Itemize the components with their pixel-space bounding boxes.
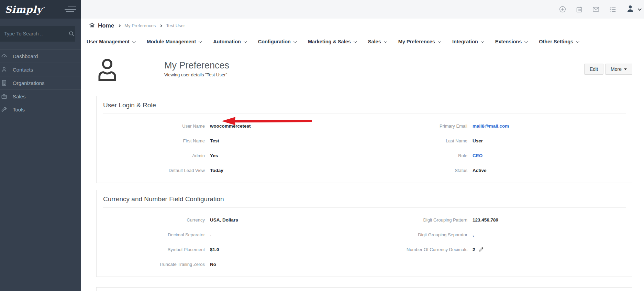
sales-icon [1, 93, 8, 100]
field-decimal-separator: Decimal Separator . [103, 230, 364, 239]
nav-module-management[interactable]: Module Management [147, 39, 201, 44]
field-digit-grouping-separator: Digit Grouping Separator , [364, 230, 625, 239]
logo-tm: ™ [42, 7, 46, 10]
breadcrumb-separator-icon [118, 24, 121, 27]
edit-pencil-icon[interactable] [478, 247, 484, 252]
page-title-block: My Preferences Viewing user details "Tes… [164, 60, 229, 77]
nav-automation[interactable]: Automation [213, 39, 246, 44]
page-actions: Edit More [584, 64, 632, 75]
chevron-down-icon [576, 40, 579, 43]
tasks-icon[interactable] [609, 6, 617, 13]
chevron-down-icon [384, 40, 387, 43]
contacts-icon [1, 66, 8, 73]
tools-icon [1, 106, 8, 113]
sidebar-item-label: Sales [13, 94, 26, 99]
field-primary-email: Primary Email mail8@mail.com [364, 121, 625, 130]
chevron-down-icon [438, 40, 441, 43]
nav-other-settings[interactable]: Other Settings [539, 39, 578, 44]
user-avatar-icon [626, 4, 635, 14]
chevron-down-icon [354, 40, 357, 43]
field-last-name: Last Name User [364, 136, 625, 145]
app-logo[interactable]: Simply™ [5, 4, 46, 15]
field-digit-grouping-pattern: Digit Grouping Pattern 123,456,789 [364, 215, 625, 224]
breadcrumb-item[interactable]: My Preferences [124, 23, 156, 28]
section-title: More Information [97, 288, 632, 291]
sidebar-item-label: Tools [13, 107, 25, 112]
settings-nav: User Management Module Management Automa… [81, 33, 644, 51]
edit-button[interactable]: Edit [584, 64, 603, 75]
dashboard-icon [1, 53, 8, 60]
role-link[interactable]: CEO [473, 153, 482, 158]
breadcrumb-separator-icon [159, 24, 162, 27]
sidebar-search [0, 26, 75, 42]
sidebar-header: Simply™ [0, 0, 81, 19]
nav-extensions[interactable]: Extensions [495, 39, 527, 44]
page-header: My Preferences Viewing user details "Tes… [96, 57, 632, 89]
sidebar-item-label: Organizations [13, 80, 45, 86]
email-link[interactable]: mail8@mail.com [473, 123, 509, 129]
more-button[interactable]: More [605, 64, 632, 75]
field-status: Status Active [364, 166, 625, 175]
page-title: My Preferences [164, 60, 229, 71]
field-user-name: User Name woocommercetest [103, 121, 364, 130]
breadcrumb: Home My Preferences Test User [81, 19, 644, 33]
nav-my-preferences[interactable]: My Preferences [398, 39, 440, 44]
section-currency-config: Currency and Number Field Configuration … [96, 190, 632, 277]
chevron-down-icon [293, 40, 297, 43]
nav-configuration[interactable]: Configuration [258, 39, 296, 44]
caret-down-icon [624, 68, 627, 70]
sidebar-item-label: Dashboard [13, 53, 38, 59]
calendar-icon[interactable] [576, 6, 583, 13]
nav-integration[interactable]: Integration [452, 39, 483, 44]
section-title: User Login & Role [97, 96, 632, 114]
field-currency: Currency USA, Dollars [103, 215, 364, 224]
sidebar-item-contacts[interactable]: Contacts [0, 63, 81, 76]
home-icon [89, 22, 95, 30]
main-content: My Preferences Viewing user details "Tes… [81, 51, 644, 291]
sidebar: Simply™ Dashboard Contacts [0, 0, 81, 291]
chevron-down-icon [481, 40, 484, 43]
sidebar-item-organizations[interactable]: Organizations [0, 76, 81, 89]
chevron-down-icon [638, 7, 642, 11]
nav-sales[interactable]: Sales [368, 39, 386, 44]
search-icon[interactable] [68, 31, 75, 37]
section-title: Currency and Number Field Configuration [97, 190, 632, 207]
chevron-down-icon [244, 40, 247, 43]
section-more-information: More Information [96, 287, 632, 291]
nav-user-management[interactable]: User Management [87, 39, 135, 44]
add-circle-icon[interactable] [559, 6, 566, 13]
field-number-of-currency-decimals: Number Of Currency Decimals 2 [364, 245, 625, 254]
breadcrumb-home[interactable]: Home [89, 22, 114, 30]
nav-marketing-sales[interactable]: Marketing & Sales [308, 39, 356, 44]
field-role: Role CEO [364, 151, 625, 160]
breadcrumb-home-label: Home [98, 22, 114, 29]
hamburger-menu-icon[interactable] [65, 7, 76, 12]
page-subtitle: Viewing user details "Test User" [164, 72, 229, 77]
field-admin: Admin Yes [103, 151, 364, 160]
sidebar-item-dashboard[interactable]: Dashboard [0, 49, 81, 63]
topbar [81, 0, 644, 19]
chevron-down-icon [199, 40, 202, 43]
field-first-name: First Name Test [103, 136, 364, 145]
organizations-icon [1, 79, 8, 86]
section-user-login-role: User Login & Role User Name woocommercet… [96, 96, 632, 183]
field-default-lead-view: Default Lead View Today [103, 166, 364, 175]
chevron-down-icon [132, 40, 136, 43]
breadcrumb-item[interactable]: Test User [166, 23, 185, 28]
user-profile-icon [96, 57, 118, 83]
field-truncate-trailing-zeros: Truncate Trailing Zeros No [103, 260, 364, 269]
sidebar-item-label: Contacts [13, 67, 33, 73]
sidebar-menu: Dashboard Contacts Organizations Sales [0, 49, 81, 116]
chevron-down-icon [524, 40, 528, 43]
field-symbol-placement: Symbol Placement $1.0 [103, 245, 364, 254]
search-input[interactable] [4, 31, 68, 36]
user-menu[interactable] [626, 4, 641, 14]
mail-icon[interactable] [592, 6, 600, 13]
sidebar-item-tools[interactable]: Tools [0, 103, 81, 116]
sidebar-item-sales[interactable]: Sales [0, 89, 81, 103]
